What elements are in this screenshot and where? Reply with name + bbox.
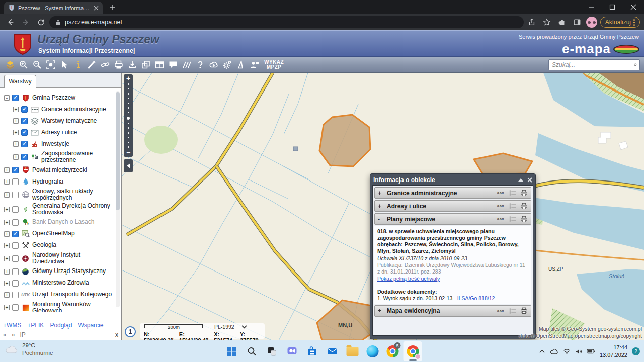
expand-toggle[interactable]: + (4, 179, 10, 185)
battery-icon[interactable] (587, 349, 595, 354)
coords-marker-icon[interactable] (125, 58, 139, 71)
layer-label[interactable]: Urząd Transportu Kolejowego (32, 291, 114, 298)
layer-row[interactable]: - Gmina Pszczew (4, 93, 114, 103)
sidebar-collapse-button[interactable] (124, 159, 133, 172)
search-icon[interactable] (634, 61, 637, 69)
expand-toggle[interactable]: + (13, 141, 19, 147)
layer-row[interactable]: + OpenStreetMap (4, 229, 114, 239)
taskbar-search[interactable] (243, 341, 261, 361)
update-button[interactable]: Aktualizuj (600, 17, 640, 28)
layer-label[interactable]: Hydrografia (32, 178, 114, 185)
search-box[interactable] (548, 59, 640, 70)
map-canvas[interactable]: MN,U US,ZP Stołuń + − Informacja o obiek… (122, 73, 644, 340)
layer-checkbox[interactable] (12, 219, 19, 226)
report-icon[interactable] (234, 58, 248, 71)
layer-label[interactable]: Narodowy Instytut Dziedzictwa (32, 252, 114, 265)
lock-icon[interactable] (55, 19, 61, 26)
maximize-button[interactable] (602, 0, 623, 14)
layer-checkbox[interactable] (12, 304, 19, 311)
expand-toggle[interactable]: + (4, 269, 10, 275)
expand-toggle[interactable]: + (4, 167, 10, 173)
crs-label[interactable]: PL-1992 (214, 324, 234, 330)
zoom-in-icon[interactable] (17, 58, 30, 71)
layer-checkbox[interactable] (12, 192, 19, 198)
layer-checkbox[interactable] (12, 280, 19, 287)
expand-toggle[interactable]: + (4, 207, 10, 212)
attribution-line2[interactable]: data © OpenStreetMap openstreetmap.org/c… (519, 333, 642, 340)
section-toggle[interactable]: + (378, 190, 383, 197)
layer-label[interactable]: Ministerstwo Zdrowia (32, 280, 114, 286)
section-mapa-ewidencyjna[interactable]: + Mapa ewidencyjna XML (374, 305, 531, 317)
weather-widget[interactable]: 29°C Pochmurnie (5, 342, 53, 357)
taskbar-clock[interactable]: 17:44 13.07.2022 (600, 344, 627, 359)
chrome-window-1[interactable]: 5 (383, 341, 402, 361)
comment-icon[interactable] (166, 58, 180, 71)
layer-row[interactable]: + UTK Urząd Transportu Kolejowego (4, 290, 114, 300)
cloud-services-icon[interactable] (207, 58, 220, 71)
layer-row[interactable]: + Warstwy tematyczne (4, 116, 114, 126)
layer-row[interactable]: + Narodowy Instytut Dziedzictwa (4, 252, 114, 265)
layer-label[interactable]: Generalna Dyrekcja Ochrony Środowiska (32, 203, 114, 216)
section-plany[interactable]: - Plany miejscowe XML (374, 213, 531, 225)
expand-toggle[interactable]: + (4, 231, 10, 237)
volume-icon[interactable] (575, 348, 582, 355)
layer-label[interactable]: Powiat międzyrzecki (32, 167, 114, 173)
tab-close-icon[interactable] (94, 6, 99, 11)
xml-button[interactable]: XML (497, 204, 505, 208)
layer-row[interactable]: + Ministerstwo Zdrowia (4, 278, 114, 289)
plik-link[interactable]: +PLIK (27, 322, 44, 329)
map-attribution[interactable]: Map tiles © Geo-System geo-system.com.pl… (519, 326, 642, 339)
menu-dots-icon[interactable] (633, 19, 635, 26)
list-icon[interactable] (509, 308, 516, 314)
profile-avatar[interactable] (586, 17, 597, 28)
chrome-window-active[interactable] (404, 341, 422, 361)
layer-row[interactable]: + Zagospodarowanie przestrzenne (4, 150, 114, 164)
object-info-icon[interactable] (71, 58, 85, 71)
minimize-button[interactable] (581, 0, 602, 14)
list-icon[interactable] (509, 216, 516, 222)
search-input[interactable] (549, 61, 634, 68)
list-icon[interactable] (509, 190, 516, 196)
layer-checkbox[interactable] (21, 154, 28, 160)
crs-selector[interactable]: PL-1992 (214, 324, 247, 330)
layer-row[interactable]: + Inwestycje (4, 139, 114, 149)
layers-icon[interactable] (3, 58, 17, 71)
settings-icon[interactable] (220, 58, 234, 71)
share-icon[interactable] (526, 16, 538, 28)
collapse-icon[interactable] (518, 178, 523, 182)
copy-view-icon[interactable] (139, 58, 152, 71)
help-icon[interactable] (193, 58, 207, 71)
wsparcie-link[interactable]: Wsparcie (78, 322, 103, 329)
microsoft-store[interactable] (303, 341, 321, 361)
layer-row[interactable]: + Główny Urząd Statystyczny (4, 266, 114, 277)
link-icon[interactable] (98, 58, 112, 71)
expand-toggle[interactable]: + (4, 305, 10, 310)
onedrive-icon[interactable] (550, 348, 558, 355)
expand-toggle[interactable]: + (13, 107, 19, 112)
expand-toggle[interactable]: + (4, 292, 10, 298)
url-text[interactable]: pszczew.e-mapa.net (65, 19, 122, 26)
full-extent-icon[interactable] (44, 58, 57, 71)
print-icon[interactable] (112, 58, 125, 71)
expand-toggle[interactable]: + (4, 243, 10, 248)
close-button[interactable] (623, 0, 644, 14)
layer-row[interactable]: + Bank Danych o Lasach (4, 217, 114, 228)
contact-icon[interactable] (248, 58, 261, 71)
layer-label[interactable]: Adresy i ulice (41, 129, 114, 136)
new-tab-button[interactable] (107, 1, 119, 13)
forward-button[interactable] (19, 16, 32, 29)
chevron-down-icon[interactable] (242, 325, 247, 329)
expand-toggle[interactable]: + (13, 154, 19, 160)
expand-toggle[interactable]: + (4, 192, 10, 198)
attribution-line1[interactable]: Map tiles © Geo-System geo-system.com.pl (519, 326, 642, 333)
layer-checkbox[interactable] (12, 292, 19, 298)
zoom-levels[interactable] (127, 82, 130, 149)
layer-label[interactable]: Monitoring Warunków Glebowych (32, 301, 114, 312)
mail-app[interactable] (323, 341, 342, 361)
show-resolution-link[interactable]: Pokaż pełną treść uchwały (377, 276, 440, 282)
layer-checkbox[interactable] (12, 167, 19, 173)
expand-toggle[interactable]: + (13, 118, 19, 124)
section-adresy[interactable]: + Adresy i ulice XML (374, 200, 531, 212)
notification-center-badge[interactable]: 2 (632, 347, 640, 355)
layer-row[interactable]: + Generalna Dyrekcja Ochrony Środowiska (4, 203, 114, 216)
